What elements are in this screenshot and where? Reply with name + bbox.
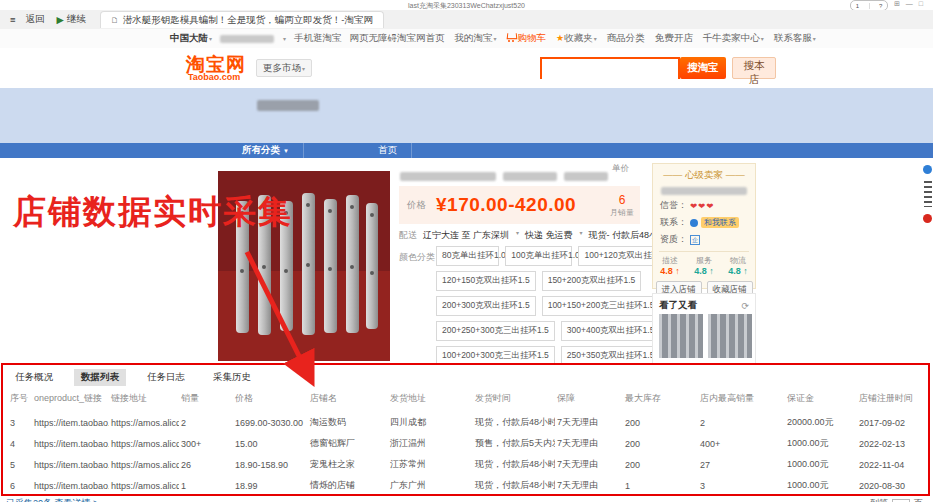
sku-label: 颜色分类 [399, 251, 435, 264]
redacted-product-title [564, 172, 608, 181]
table-cell: 3 [8, 412, 32, 433]
caret-down-icon: ▾ [761, 36, 764, 42]
forward-button[interactable]: 继续 [67, 13, 86, 26]
nav-favorites[interactable]: ★收藏夹▾ [556, 32, 597, 45]
caret-down-icon: ▼ [283, 148, 289, 154]
table-cell: 德窗铝辉厂 [308, 433, 388, 454]
table-cell: 7天无理由 [555, 454, 623, 475]
table-cell: 宠鬼柱之家 [308, 454, 388, 475]
price-box: 价格 ¥170.00-420.00 6 月销量 [399, 186, 640, 224]
caret-down-icon: ▾ [494, 36, 497, 42]
wangwang-chat-icon[interactable] [923, 165, 932, 174]
table-cell: 2022-11-04 [857, 454, 925, 475]
table-cell [308, 496, 388, 502]
sku-option[interactable]: 100克单出挂环1.0 [505, 246, 572, 266]
table-cell [473, 496, 555, 502]
search-taobao-button[interactable]: 搜淘宝 [680, 57, 726, 79]
table-cell[interactable]: https://amos.alicdn.co... [109, 475, 179, 496]
also-viewed-thumbnail[interactable] [659, 314, 703, 358]
table-cell[interactable]: https://item.taobao.co... [32, 433, 109, 454]
sku-option[interactable]: 200+250+300克三出挂环1.5 [436, 321, 555, 341]
divider [659, 251, 749, 252]
help-button[interactable]: ? [879, 3, 882, 9]
nav-categories[interactable]: 商品分类 [607, 32, 645, 45]
table-cell[interactable]: https://item.taobao.co... [32, 412, 109, 433]
window-controls[interactable]: ⊞—□ [894, 0, 929, 8]
search-input[interactable] [542, 61, 678, 79]
table-cell: 200 [623, 454, 698, 475]
collector-tab[interactable]: 采集历史 [206, 369, 258, 386]
collector-tab[interactable]: 任务概况 [8, 369, 60, 386]
table-row: 3https://item.taobao.co...https://amos.a… [8, 412, 925, 433]
table-cell [623, 496, 698, 502]
rating-value: 4.8 ↑ [728, 266, 748, 276]
collector-panel: 任务概况数据列表任务日志采集历史 序号oneproduct_链接链接地址销量价格… [1, 363, 930, 496]
table-cell[interactable]: https://amos.alicdn.co... [109, 454, 179, 475]
menu-icon[interactable]: ≡ [10, 14, 16, 25]
also-viewed-thumbnail[interactable] [708, 314, 752, 358]
table-cell [698, 496, 785, 502]
contact-me-button[interactable]: 和我联系 [701, 217, 739, 228]
back-button[interactable]: 返回 [26, 13, 45, 26]
nav-accessibility[interactable]: 网页无障碍 [350, 32, 398, 45]
delivery-destination[interactable]: 辽宁大连 至 广东深圳 [423, 229, 509, 242]
table-cell: 5 [8, 454, 32, 475]
nav-mobile-taobao[interactable]: 手机逛淘宝 [294, 32, 342, 45]
seller-rating: 物流4.8 ↑ [728, 255, 748, 276]
sku-option[interactable]: 100+120克双出挂环1.0 [578, 246, 661, 266]
browser-tab[interactable]: 🗋 潜水艇形钥匙模具蝙制！全是现货，蝙两立即发货！-淘宝网 [100, 11, 384, 28]
caret-down-icon: ▾ [813, 36, 816, 42]
page-number[interactable]: 1 [856, 3, 859, 9]
table-cell [555, 496, 623, 502]
sku-option[interactable]: 80克单出挂环1.0 [436, 246, 499, 266]
table-cell[interactable]: https://item.taobao.co... [32, 475, 109, 496]
store-nav-home[interactable]: 首页 [364, 143, 412, 158]
table-cell[interactable]: https://item.taobao.co... [32, 454, 109, 475]
sku-option[interactable]: 100+150+200克三出挂环1.5 [542, 296, 661, 316]
table-cell: 300+ [179, 433, 233, 454]
store-nav: 所有分类▼ 首页 [0, 143, 933, 158]
delivery-shipping[interactable]: 快递 免运费 [525, 229, 573, 242]
page-icon: 🗋 [111, 16, 119, 25]
table-cell: 2020-08-30 [857, 475, 925, 496]
refresh-icon[interactable]: ⟳ [741, 301, 749, 311]
sku-option[interactable]: 300+400克双出挂环1.5 [561, 321, 661, 341]
nav-taobao-home[interactable]: 淘宝网首页 [397, 32, 445, 45]
redacted-product-title [503, 172, 557, 181]
table-cell [179, 496, 233, 502]
monthly-sales-count: 6 [610, 193, 634, 207]
table-cell [109, 496, 179, 502]
seller-card: —— 心级卖家 —— 信誉：❤❤❤ 联系：和我联系 资质：企 描述4.8 ↑服务… [652, 163, 756, 289]
collector-tab[interactable]: 数据列表 [74, 369, 126, 386]
unit-price-label[interactable]: 单价 [612, 163, 629, 175]
promo-icon[interactable] [923, 214, 932, 223]
nav-cart[interactable]: 购物车 [507, 32, 547, 45]
heart-rating-icon: ❤❤❤ [690, 201, 714, 211]
table-cell: 4 [8, 433, 32, 454]
nav-open-shop[interactable]: 免费开店 [655, 32, 693, 45]
table-cell: 现货，付款后48小时内... [473, 475, 555, 496]
table-cell[interactable]: https://item.taobao.co... [32, 496, 109, 502]
column-header: 链接地址 [109, 390, 179, 412]
table-cell[interactable]: https://amos.alicdn.co... [109, 412, 179, 433]
edge-text-icon[interactable] [924, 181, 932, 207]
column-header: 店铺注册时间 [857, 390, 925, 412]
table-cell: 现货，付款后48小时内... [473, 454, 555, 475]
nav-seller-center[interactable]: 千牛卖家中心▾ [703, 32, 764, 45]
store-nav-all-categories[interactable]: 所有分类▼ [228, 143, 304, 158]
browser-toolbar: ≡ 返回 ▶ 继续 🗋 潜水艇形钥匙模具蝙制！全是现货，蝙两立即发货！-淘宝网 [0, 10, 933, 30]
sku-option[interactable]: 250+350克双出挂环1.5 [561, 346, 661, 363]
region-selector[interactable]: 中国大陆▾ [170, 32, 212, 45]
nav-contact-service[interactable]: 联系客服▾ [774, 32, 816, 45]
seller-ratings: 描述4.8 ↑服务4.8 ↑物流4.8 ↑ [653, 255, 755, 276]
nav-my-taobao[interactable]: 我的淘宝▾ [455, 32, 497, 45]
sku-option[interactable]: 150+200克双出挂环1.5 [542, 271, 642, 291]
qualification-icon[interactable]: 企 [690, 235, 700, 245]
sku-option[interactable]: 200+300克双出挂环1.5 [436, 296, 536, 316]
sku-option[interactable]: 100+200+300克三出挂环1.5 [436, 346, 555, 363]
collector-tab[interactable]: 任务日志 [140, 369, 192, 386]
search-shop-button[interactable]: 搜本店 [732, 57, 776, 79]
more-markets-button[interactable]: 更多市场▾ [256, 59, 312, 77]
table-cell[interactable]: https://amos.alicdn.co... [109, 433, 179, 454]
sku-option[interactable]: 120+150克双出挂环1.5 [436, 271, 536, 291]
